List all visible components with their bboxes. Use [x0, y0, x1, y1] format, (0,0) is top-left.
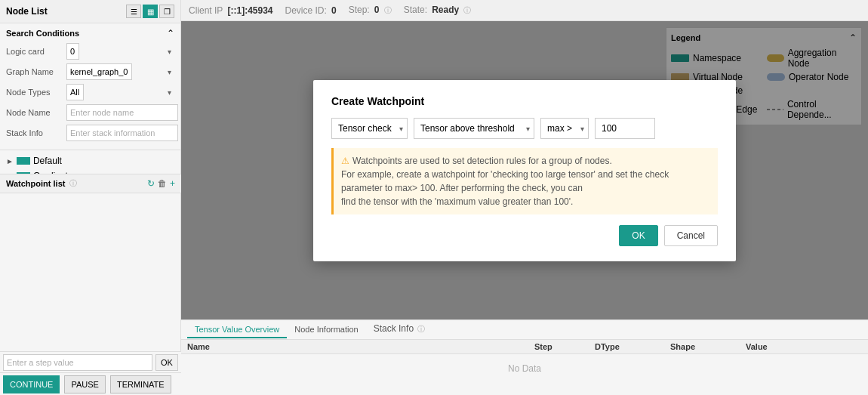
bottom-table: Name Step DType Shape Value No Data — [181, 340, 868, 383]
modal-select-wrap-1: Tensor check — [331, 118, 408, 139]
modal-select-3[interactable]: max > — [540, 118, 589, 139]
modal-title: Create Watchpoint — [331, 95, 718, 107]
col-shape: Shape — [670, 342, 746, 351]
node-name-input[interactable] — [66, 104, 178, 121]
step-label: Step: — [349, 5, 370, 15]
watchpoint-icons: ↻ 🗑 + — [147, 178, 175, 189]
logic-card-select[interactable]: 0 — [66, 43, 79, 60]
col-value: Value — [746, 342, 862, 351]
hint-line3: find the tensor with the 'maximum value … — [341, 196, 573, 207]
table-header: Name Step DType Shape Value — [181, 340, 868, 354]
continue-button[interactable]: CONTINUE — [3, 375, 60, 393]
col-step: Step — [534, 342, 595, 351]
node-list-title: Node List — [6, 6, 48, 17]
tree-arrow-default: ► — [6, 157, 14, 165]
logic-card-select-wrap: 0 — [66, 43, 174, 60]
graph-name-select-wrap: kernel_graph_0 — [66, 63, 174, 80]
hint-line1: Watchpoints are used to set detection ru… — [352, 156, 612, 166]
stack-info-input[interactable] — [66, 125, 178, 141]
step-info-icon: ⓘ — [384, 6, 392, 14]
device-id-label: Device ID: — [285, 5, 327, 16]
node-types-select[interactable]: All — [66, 84, 84, 100]
modal-select-wrap-3: max > — [540, 118, 589, 139]
logic-card-label: Logic card — [6, 47, 66, 56]
step-input[interactable] — [3, 354, 152, 371]
watchpoint-title: Watchpoint list — [6, 179, 65, 188]
col-dtype: DType — [595, 342, 670, 351]
tree-item-default[interactable]: ► Default — [6, 153, 174, 168]
modal-select-wrap-2: Tensor above threshold — [414, 118, 534, 139]
modal-hint: ⚠Watchpoints are used to set detection r… — [331, 148, 718, 214]
hint-icon: ⚠ — [341, 156, 349, 166]
left-panel: Node List ☰ ▦ ❐ Search Conditions ⌃ Logi… — [0, 0, 181, 395]
stack-info-icon: ⓘ — [417, 325, 425, 333]
search-conditions-title: Search Conditions — [6, 29, 79, 38]
device-id-val: 0 — [331, 5, 337, 16]
node-name-label: Node Name — [6, 108, 66, 117]
state-info-icon: ⓘ — [463, 6, 471, 14]
watchpoint-add-icon[interactable]: + — [170, 178, 175, 189]
client-ip-val: [::1]:45934 — [227, 5, 272, 16]
modal-select-1[interactable]: Tensor check — [331, 118, 408, 139]
step-ok-button[interactable]: OK — [155, 354, 178, 371]
stack-info-label: Stack Info — [6, 128, 66, 137]
collapse-icon[interactable]: ⌃ — [167, 28, 174, 39]
grid-view-icon[interactable]: ▦ — [143, 5, 158, 18]
modal-ok-button[interactable]: OK — [619, 225, 657, 246]
client-ip-label: Client IP — [189, 5, 223, 16]
step-val: 0 — [374, 5, 380, 15]
watchpoint-header: Watchpoint list ⓘ ↻ 🗑 + — [0, 174, 181, 193]
tab-tensor-value[interactable]: Tensor Value Overview — [187, 322, 287, 338]
col-name: Name — [187, 342, 534, 351]
watchpoint-delete-icon[interactable]: 🗑 — [158, 178, 167, 189]
device-id-info: Device ID: 0 — [285, 5, 337, 16]
stack-info-row: Stack Info — [6, 125, 174, 141]
hint-line2: For example, create a watchpoint for 'ch… — [341, 169, 669, 193]
bottom-tabs: Tensor Value Overview Node Information S… — [181, 320, 868, 340]
modal-threshold-input[interactable] — [595, 118, 655, 139]
graph-name-row: Graph Name kernel_graph_0 — [6, 63, 174, 80]
watchpoint-refresh-icon[interactable]: ↻ — [147, 178, 155, 189]
logic-card-row: Logic card 0 — [6, 43, 174, 60]
tree-color-default — [17, 157, 30, 165]
bottom-panel: Tensor Value Overview Node Information S… — [181, 319, 868, 395]
header-icons: ☰ ▦ ❐ — [126, 5, 174, 18]
graph-name-label: Graph Name — [6, 67, 66, 76]
top-bar: Client IP [::1]:45934 Device ID: 0 Step:… — [181, 0, 868, 21]
create-watchpoint-modal: Create Watchpoint Tensor check Tensor ab… — [313, 80, 736, 261]
tree-label-default: Default — [33, 156, 62, 166]
list-view-icon[interactable]: ☰ — [126, 5, 141, 18]
node-types-row: Node Types All — [6, 84, 174, 100]
tab-node-info[interactable]: Node Information — [287, 322, 365, 338]
state-label: State: — [404, 5, 427, 15]
search-conditions: Search Conditions ⌃ Logic card 0 Graph N… — [0, 23, 180, 150]
pause-button[interactable]: PAUSE — [64, 375, 105, 393]
state-val: Ready — [432, 5, 459, 15]
tab-stack-info[interactable]: Stack Info ⓘ — [366, 320, 432, 339]
modal-overlay: Create Watchpoint Tensor check Tensor ab… — [181, 21, 868, 319]
step-info: Step: 0 ⓘ — [349, 5, 392, 16]
node-name-row: Node Name — [6, 104, 174, 121]
node-types-select-wrap: All — [66, 84, 174, 100]
node-list-header: Node List ☰ ▦ ❐ — [0, 0, 180, 23]
info-icon: ⓘ — [69, 178, 77, 189]
state-info: State: Ready ⓘ — [404, 5, 472, 16]
client-ip-info: Client IP [::1]:45934 — [189, 5, 273, 16]
terminate-button[interactable]: TERMINATE — [110, 375, 171, 393]
graph-name-select[interactable]: kernel_graph_0 — [66, 63, 132, 80]
node-types-label: Node Types — [6, 88, 66, 97]
modal-cancel-button[interactable]: Cancel — [664, 225, 718, 246]
no-data-message: No Data — [181, 354, 868, 383]
modal-dropdowns: Tensor check Tensor above threshold max … — [331, 118, 718, 139]
modal-buttons: OK Cancel — [331, 225, 718, 246]
section-header: Search Conditions ⌃ — [6, 28, 174, 39]
modal-select-2[interactable]: Tensor above threshold — [414, 118, 534, 139]
expand-icon[interactable]: ❐ — [159, 5, 174, 18]
